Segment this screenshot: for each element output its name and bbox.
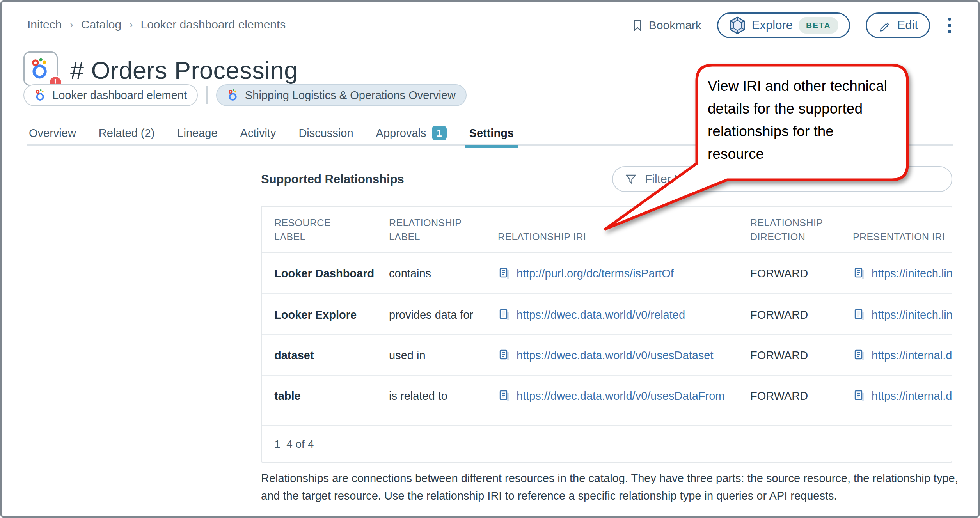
pagination: 1–4 of 4	[262, 425, 952, 463]
looker-logo-icon	[34, 89, 47, 101]
relationships-footnote: Relationships are connections between di…	[261, 470, 963, 505]
relationship-iri-link[interactable]: https://dwec.data.world/v0/usesDataset	[498, 335, 747, 376]
direction-cell: FORWARD	[750, 294, 840, 335]
presentation-iri-text: https://initech.lin	[872, 309, 952, 321]
badge-row: Looker dashboard element Shipping Logist…	[23, 84, 467, 106]
document-icon	[853, 308, 866, 321]
tab-approvals[interactable]: Approvals 1	[376, 124, 447, 146]
document-icon	[498, 267, 511, 280]
edit-button[interactable]: Edit	[866, 12, 930, 38]
relationship-label-cell: used in	[389, 335, 490, 376]
column-header-relationship-direction: RELATIONSHIP DIRECTION	[750, 216, 824, 253]
resource-type-icon: !	[23, 51, 58, 86]
breadcrumb-separator-icon: ›	[129, 18, 133, 31]
table-header-row: RESOURCE LABEL RELATIONSHIP LABEL RELATI…	[262, 207, 952, 253]
direction-cell: FORWARD	[750, 376, 840, 416]
more-options-button[interactable]	[946, 15, 953, 35]
explore-label: Explore	[752, 18, 793, 32]
tab-label: Related (2)	[99, 127, 154, 140]
footnote-line: and the target resource. Use the relatio…	[261, 487, 963, 505]
tab-label: Settings	[469, 127, 514, 140]
document-icon	[853, 389, 866, 403]
document-icon	[853, 349, 866, 362]
app-window: Initech › Catalog › Looker dashboard ele…	[0, 0, 980, 518]
tab-settings[interactable]: Settings	[469, 125, 514, 145]
filter-placeholder: Filter List	[645, 172, 692, 186]
relationship-label-cell: contains	[389, 253, 490, 294]
bookmark-button[interactable]: Bookmark	[631, 19, 701, 32]
column-header-relationship-iri: RELATIONSHIP IRI	[498, 230, 747, 252]
tab-activity[interactable]: Activity	[240, 125, 276, 145]
page-title: # Orders Processing	[70, 56, 298, 84]
tab-discussion[interactable]: Discussion	[298, 125, 353, 145]
direction-cell: FORWARD	[750, 253, 840, 294]
breadcrumb-separator-icon: ›	[69, 18, 73, 31]
breadcrumb-item-catalog[interactable]: Catalog	[81, 18, 121, 31]
tab-overview[interactable]: Overview	[29, 125, 76, 145]
callout-text: View IRI and other technical details for…	[708, 75, 893, 165]
column-header-relationship-label: RELATIONSHIP LABEL	[389, 216, 459, 253]
tab-bar: Overview Related (2) Lineage Activity Di…	[29, 124, 514, 146]
relationship-iri-text: https://dwec.data.world/v0/usesDataset	[517, 349, 714, 362]
pencil-icon	[878, 19, 891, 32]
header-actions: Bookmark Explore BETA Edit	[631, 12, 953, 39]
tab-lineage[interactable]: Lineage	[177, 125, 217, 145]
explore-button[interactable]: Explore BETA	[717, 12, 850, 38]
edit-label: Edit	[897, 18, 918, 32]
resource-label-cell: table	[274, 376, 380, 416]
resource-label-cell: dataset	[274, 335, 380, 376]
tab-label: Approvals	[376, 127, 426, 140]
relationship-iri-link[interactable]: http://purl.org/dc/terms/isPartOf	[498, 253, 747, 294]
pagination-label: 1–4 of 4	[274, 438, 314, 451]
filter-funnel-icon	[624, 172, 638, 186]
tab-label: Discussion	[298, 127, 353, 140]
document-icon	[498, 349, 511, 362]
breadcrumb-item-looker-dashboard-elements[interactable]: Looker dashboard elements	[140, 18, 286, 31]
presentation-iri-link[interactable]: https://internal.d	[853, 335, 952, 376]
direction-cell: FORWARD	[750, 335, 840, 376]
presentation-iri-text: https://internal.d	[872, 349, 952, 362]
breadcrumb: Initech › Catalog › Looker dashboard ele…	[27, 18, 286, 31]
relationship-iri-link[interactable]: https://dwec.data.world/v0/usesDataFrom	[498, 376, 747, 416]
relationship-iri-link[interactable]: https://dwec.data.world/v0/related	[498, 294, 747, 335]
presentation-iri-link[interactable]: https://internal.d	[853, 376, 952, 416]
tab-label: Lineage	[177, 127, 217, 140]
table-row: Looker Explore provides data for https:/…	[262, 294, 952, 335]
table-row: table is related to https://dwec.data.wo…	[262, 376, 952, 416]
badge-divider	[206, 86, 208, 104]
relationship-label-cell: is related to	[389, 376, 490, 416]
presentation-iri-text: https://internal.d	[872, 390, 952, 403]
presentation-iri-link[interactable]: https://initech.lin	[853, 253, 952, 294]
document-icon	[853, 267, 866, 280]
filter-list-input[interactable]: Filter List	[612, 166, 952, 192]
resource-type-badge-label: Looker dashboard element	[52, 89, 187, 102]
collection-badge-label: Shipping Logistics & Operations Overview	[245, 89, 456, 102]
bookmark-icon	[631, 19, 644, 32]
resource-label-cell: Looker Dashboard	[274, 253, 380, 294]
table-row: dataset used in https://dwec.data.world/…	[262, 335, 952, 376]
tab-label: Overview	[29, 127, 76, 140]
document-icon	[498, 308, 511, 321]
supported-relationships-table: RESOURCE LABEL RELATIONSHIP LABEL RELATI…	[261, 206, 952, 463]
resource-label-cell: Looker Explore	[274, 294, 380, 335]
bookmark-label: Bookmark	[649, 19, 701, 32]
looker-logo-icon	[227, 89, 240, 101]
gem-icon	[729, 16, 746, 34]
looker-logo-icon	[29, 57, 52, 80]
collection-badge[interactable]: Shipping Logistics & Operations Overview	[216, 84, 467, 106]
presentation-iri-text: https://initech.lin	[872, 267, 952, 280]
relationship-iri-text: https://dwec.data.world/v0/usesDataFrom	[517, 390, 725, 403]
footnote-line: Relationships are connections between di…	[261, 470, 963, 487]
presentation-iri-link[interactable]: https://initech.lin	[853, 294, 952, 335]
relationship-iri-text: https://dwec.data.world/v0/related	[517, 309, 685, 321]
breadcrumb-item-initech[interactable]: Initech	[27, 18, 62, 31]
column-header-presentation-iri: PRESENTATION IRI	[853, 230, 952, 252]
resource-type-badge[interactable]: Looker dashboard element	[23, 84, 198, 106]
tab-related[interactable]: Related (2)	[99, 125, 154, 145]
approvals-count-badge: 1	[432, 126, 447, 140]
document-icon	[498, 389, 511, 403]
relationship-label-cell: provides data for	[389, 294, 490, 335]
tab-label: Activity	[240, 127, 276, 140]
beta-badge: BETA	[799, 17, 838, 34]
column-header-resource-label: RESOURCE LABEL	[274, 216, 337, 253]
